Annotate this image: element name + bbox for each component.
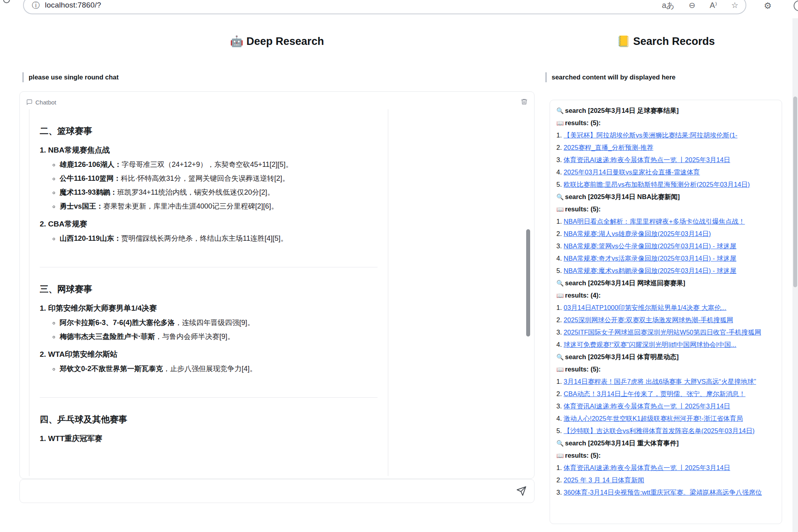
result-number: 3.	[556, 402, 564, 410]
result-link[interactable]: 2025深圳网球公开赛:双赛双主场激发网球热潮-手机搜狐网	[564, 316, 733, 323]
chatbot-label: Chatbot	[26, 99, 56, 106]
result-number: 2.	[556, 476, 564, 484]
list-item-title: 2. CBA常规赛	[40, 219, 378, 229]
results-icon: 📖	[556, 206, 564, 213]
result-link[interactable]: 球迷可免费观赛!“双赛”闪耀深圳光明|itf|中国网球协会|中国...	[564, 341, 736, 348]
results-count: 📖results: (4):	[556, 289, 775, 302]
result-link[interactable]: 2025ITF国际女子网球巡回赛深圳光明站W50第四日收官-手机搜狐网	[564, 329, 761, 336]
zoom-out-icon[interactable]: ⊖	[689, 1, 695, 9]
results-count: 📖results: (5):	[556, 363, 775, 375]
result-item: 3. 360体育-3月14日央视预告:wtt重庆冠军赛。梁靖崑林高远争八强席位	[556, 486, 775, 499]
result-link[interactable]: NBA常规赛:魔术vs鹈鹕录像回放(2025年03月14日) - 球迷屋	[564, 267, 736, 274]
result-link[interactable]: 【美冠杯】阿拉胡埃伦斯vs美洲狮比赛结果:阿拉胡埃伦斯(1-	[564, 132, 737, 139]
section-heading: 四、乒乓球及其他赛事	[40, 414, 378, 426]
result-number: 5.	[556, 427, 564, 434]
result-link[interactable]: 3月14日赛程表！国乒7虎将 出战6场赛事 大胖VS高远“火星撞地球”	[564, 378, 756, 385]
bullet-lead: 雄鹿126-106湖人：	[60, 161, 122, 168]
result-link[interactable]: 2025赛程_直播_分析预测-推荐	[564, 144, 653, 151]
reload-icon[interactable]	[3, 0, 14, 6]
result-link[interactable]: 【沙特联】吉达联合vs利雅得体育首发阵容名单(2025年03月14日)	[564, 427, 754, 434]
result-number: 3.	[556, 242, 564, 250]
result-item: 1. 3月14日赛程表！国乒7虎将 出战6场赛事 大胖VS高远“火星撞地球”	[556, 375, 775, 388]
search-query: 🔍search [2025年3月14日 足球赛事结果]	[556, 104, 775, 117]
result-item: 4. 2025年03月14日曼联vs皇家社会直播-雷速体育	[556, 166, 775, 178]
site-info-icon[interactable]: ⓘ	[32, 0, 40, 11]
list-item-title: 2. WTA印第安维尔斯站	[40, 349, 378, 360]
bullet-item: 雄鹿126-106湖人：字母哥准三双（24+12+9），东契奇空砍45+11[2…	[60, 160, 378, 169]
result-link[interactable]: 体育资讯AI速递:昨夜今晨体育热点一览 丨2025年3月14日	[564, 402, 730, 410]
result-link[interactable]: 03月14日ATP1000印第安维尔斯站男单1/4决赛 大塞伦...	[564, 304, 726, 311]
result-item: 1. 【美冠杯】阿拉胡埃伦斯vs美洲狮比赛结果:阿拉胡埃伦斯(1-	[556, 129, 775, 141]
result-item: 1. NBA明日看点全解析：库里里程碑夜+多场卡位战引爆焦点战！	[556, 215, 775, 228]
result-number: 3.	[556, 489, 564, 496]
result-link[interactable]: 360体育-3月14日央视预告:wtt重庆冠军赛。梁靖崑林高远争八强席位	[564, 489, 762, 496]
send-button[interactable]	[513, 482, 530, 500]
bullet-text: 贾明儒踩线长两分绝杀，终结山东主场11连胜[4][5]。	[121, 234, 288, 242]
section-heading: 二、篮球赛事	[40, 125, 378, 137]
browser-chrome: ⓘ localhost:7860/? aあ ⊖ A⁾ ☆ ⚙	[0, 0, 798, 18]
send-icon	[516, 486, 527, 496]
result-link[interactable]: 欧联比赛前瞻:里昂vs布加勒斯特星海预测分析(2025年03月14日)	[564, 181, 750, 188]
results-count: 📖results: (5):	[556, 203, 775, 215]
search-icon: 🔍	[556, 354, 564, 360]
result-link[interactable]: NBA明日看点全解析：库里里程碑夜+多场卡位战引爆焦点战！	[564, 218, 745, 225]
result-link[interactable]: 2025 年 3 月 14 日体育新闻	[564, 476, 644, 484]
chat-scrollbar-thumb[interactable]	[526, 229, 530, 337]
bullet-list: 阿尔卡拉斯6-3、7-6(4)胜大塞伦多洛，连续四年晋级四强[9]。梅德韦杰夫三…	[40, 318, 378, 341]
result-link[interactable]: NBA常规赛:奇才vs活塞录像回放(2025年03月14日) - 球迷屋	[564, 255, 736, 262]
favorite-icon[interactable]: ☆	[731, 1, 738, 9]
deep-research-title: 🤖 Deep Research	[19, 35, 535, 48]
result-item: 2. 2025 年 3 月 14 日体育新闻	[556, 474, 775, 486]
result-item: 3. 体育资讯AI速递:昨夜今晨体育热点一览 丨2025年3月14日	[556, 154, 775, 166]
result-item: 2. 2025赛程_直播_分析预测-推荐	[556, 141, 775, 154]
result-number: 1.	[556, 304, 564, 311]
result-number: 1.	[556, 218, 564, 225]
delete-chat-icon[interactable]	[520, 97, 529, 107]
section-divider	[40, 397, 378, 398]
chat-input[interactable]	[27, 487, 513, 495]
result-item: 2. 2025深圳网球公开赛:双赛双主场激发网球热潮-手机搜狐网	[556, 314, 775, 326]
search-records-subtitle: searched content will by displayed here	[545, 72, 676, 82]
result-item: 4. NBA常规赛:奇才vs活塞录像回放(2025年03月14日) - 球迷屋	[556, 252, 775, 265]
profile-icon[interactable]	[794, 0, 798, 11]
result-link[interactable]: 2025年03月14日曼联vs皇家社会直播-雷速体育	[564, 168, 700, 176]
chatbot-header: Chatbot	[20, 92, 534, 108]
bullet-text: 赛果暂未更新，库里冲击生涯4000记三分里程碑[2][6]。	[103, 202, 278, 210]
page-scrollbar-thumb[interactable]	[793, 97, 797, 287]
results-count: 📖results: (5):	[556, 117, 775, 129]
search-query: 🔍search [2025年3月14日 体育明星动态]	[556, 351, 775, 363]
result-link[interactable]: 激动人心!2025年世空联K1超级联赛杭州河开赛!-浙江省体育局	[564, 415, 743, 422]
result-number: 5.	[556, 181, 564, 188]
chatbot-panel: Chatbot 二、篮球赛事1. NBA常规赛焦点战雄鹿126-106湖人：字母…	[19, 91, 535, 479]
bullet-list: 山西120-119山东：贾明儒踩线长两分绝杀，终结山东主场11连胜[4][5]。	[40, 234, 378, 243]
chat-bubble-icon	[26, 99, 33, 105]
results-icon: 📖	[556, 120, 564, 126]
result-number: 1.	[556, 464, 564, 471]
search-records-title: 📒 Search Records	[550, 35, 782, 48]
settings-icon[interactable]: ⚙	[764, 0, 772, 12]
bullet-lead: 阿尔卡拉斯6-3、7-6(4)胜大塞伦多洛	[60, 319, 175, 327]
result-link[interactable]: NBA常规赛:湖人vs雄鹿录像回放(2025年03月14日)	[564, 230, 711, 237]
read-aloud-icon[interactable]: A⁾	[710, 1, 717, 9]
results-icon: 📖	[556, 292, 564, 299]
result-link[interactable]: 体育资讯AI速递:昨夜今晨体育热点一览 丨2025年3月14日	[564, 464, 730, 471]
result-item: 5. 欧联比赛前瞻:里昂vs布加勒斯特星海预测分析(2025年03月14日)	[556, 178, 775, 191]
result-number: 2.	[556, 390, 564, 397]
bullet-lead: 梅德韦杰夫三盘险胜卢卡·菲斯	[60, 333, 155, 340]
deep-research-subtitle: please use single round chat	[22, 72, 118, 82]
translate-icon[interactable]: aあ	[662, 1, 674, 9]
search-icon: 🔍	[556, 107, 564, 114]
search-query: 🔍search [2025年3月14日 网球巡回赛赛果]	[556, 277, 775, 289]
result-item: 3. NBA常规赛:篮网vs公牛录像回放(2025年03月14日) - 球迷屋	[556, 240, 775, 252]
result-item: 5. 【沙特联】吉达联合vs利雅得体育首发阵容名单(2025年03月14日)	[556, 425, 775, 437]
address-bar[interactable]: ⓘ localhost:7860/? aあ ⊖ A⁾ ☆	[23, 0, 746, 14]
chat-input-row	[19, 479, 535, 503]
page-scrollbar[interactable]	[792, 16, 798, 532]
bullet-item: 勇士vs国王：赛果暂未更新，库里冲击生涯4000记三分里程碑[2][6]。	[60, 201, 378, 211]
bullet-item: 公牛116-110篮网：科比·怀特高效31分，篮网关键回合失误葬送逆转[2]。	[60, 174, 378, 183]
result-link[interactable]: CBA动态！3月14日上午传来了，贾明儒、张宁、摩尔新消息！	[564, 390, 745, 397]
bullet-text: ，与鲁内会师半决赛[9]。	[155, 333, 234, 340]
bullet-item: 阿尔卡拉斯6-3、7-6(4)胜大塞伦多洛，连续四年晋级四强[9]。	[60, 318, 378, 327]
result-link[interactable]: 体育资讯AI速递:昨夜今晨体育热点一览 丨2025年3月14日	[564, 156, 730, 163]
result-link[interactable]: NBA常规赛:篮网vs公牛录像回放(2025年03月14日) - 球迷屋	[564, 242, 736, 250]
